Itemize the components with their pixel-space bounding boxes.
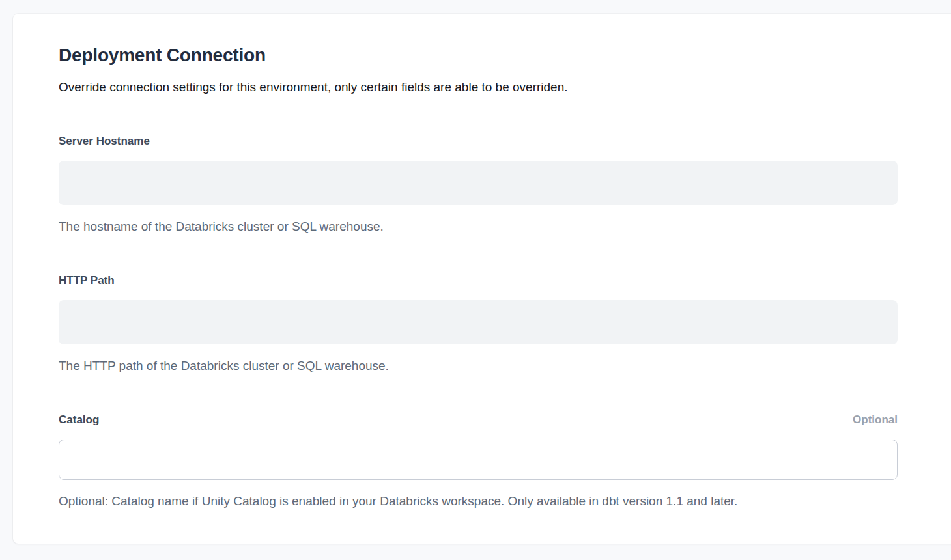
http-path-label: HTTP Path	[59, 273, 115, 288]
label-row: HTTP Path	[59, 273, 898, 288]
field-catalog: Catalog Optional Optional: Catalog name …	[59, 412, 898, 510]
catalog-label: Catalog	[59, 412, 99, 428]
server-hostname-input	[59, 161, 898, 205]
label-row: Catalog Optional	[59, 412, 898, 428]
catalog-help: Optional: Catalog name if Unity Catalog …	[59, 493, 898, 510]
server-hostname-label: Server Hostname	[59, 133, 150, 149]
server-hostname-help: The hostname of the Databricks cluster o…	[59, 218, 898, 235]
http-path-input	[59, 300, 898, 344]
field-server-hostname: Server Hostname The hostname of the Data…	[59, 133, 898, 235]
label-row: Server Hostname	[59, 133, 898, 149]
catalog-optional-tag: Optional	[853, 412, 898, 428]
deployment-connection-card: Deployment Connection Override connectio…	[13, 14, 951, 544]
catalog-input[interactable]	[59, 440, 898, 480]
page-subtitle: Override connection settings for this en…	[59, 79, 898, 96]
http-path-help: The HTTP path of the Databricks cluster …	[59, 357, 898, 374]
page-title: Deployment Connection	[59, 44, 898, 67]
card-content: Deployment Connection Override connectio…	[59, 44, 898, 510]
field-http-path: HTTP Path The HTTP path of the Databrick…	[59, 273, 898, 374]
